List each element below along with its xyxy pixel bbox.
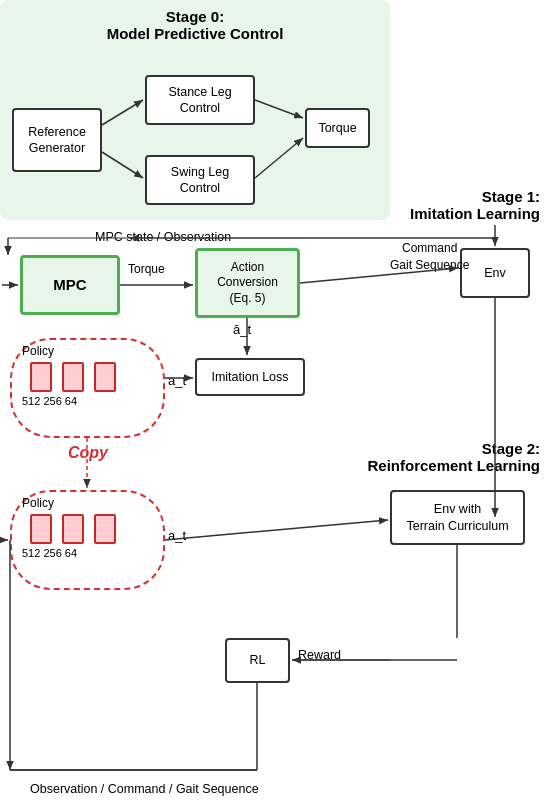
policy-box-256-stage1 <box>62 362 84 392</box>
policy-box-64-stage2 <box>94 514 116 544</box>
rl-box: RL <box>225 638 290 683</box>
a-bar-t-label: ā_t <box>233 322 251 337</box>
mpc-box: MPC <box>20 255 120 315</box>
a-t-label-stage1: a_t <box>168 373 186 388</box>
policy-label-stage2: Policy <box>22 496 54 510</box>
mpc-state-label: MPC state / Observation <box>95 230 231 244</box>
copy-label: Copy <box>68 444 108 462</box>
stage0-title: Stage 0: Model Predictive Control <box>80 8 310 42</box>
torque-label-stage1: Torque <box>128 262 165 276</box>
imitation-loss-box: Imitation Loss <box>195 358 305 396</box>
diagram-container: Stage 0: Model Predictive Control Refere… <box>0 0 554 804</box>
env-terrain-box: Env withTerrain Curriculum <box>390 490 525 545</box>
policy-sizes-stage1: 512 256 64 <box>22 395 77 407</box>
policy-label-stage1: Policy <box>22 344 54 358</box>
policy-box-256-stage2 <box>62 514 84 544</box>
a-t-label-stage2: a_t <box>168 528 186 543</box>
stage1-title: Stage 1: Imitation Learning <box>340 188 540 222</box>
stage2-title: Stage 2: Reinforcement Learning <box>240 440 540 474</box>
policy-box-512-stage2 <box>30 514 52 544</box>
env-box: Env <box>460 248 530 298</box>
command-gait-label: Command Gait Sequence <box>390 240 469 274</box>
obs-label: Observation / Command / Gait Sequence <box>30 782 259 796</box>
policy-sizes-stage2: 512 256 64 <box>22 547 77 559</box>
reference-generator-box: ReferenceGenerator <box>12 108 102 172</box>
policy-box-512-stage1 <box>30 362 52 392</box>
torque-box-stage0: Torque <box>305 108 370 148</box>
svg-line-17 <box>165 520 388 540</box>
action-conversion-box: ActionConversion(Eq. 5) <box>195 248 300 318</box>
reward-label: Reward <box>298 648 341 662</box>
swing-leg-control-box: Swing LegControl <box>145 155 255 205</box>
policy-box-64-stage1 <box>94 362 116 392</box>
stance-leg-control-box: Stance LegControl <box>145 75 255 125</box>
